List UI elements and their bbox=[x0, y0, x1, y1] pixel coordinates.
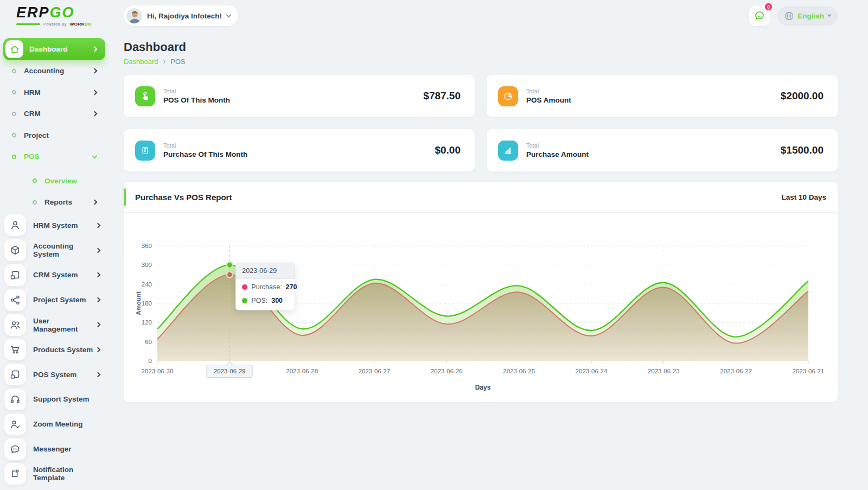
invoice-icon bbox=[135, 141, 155, 161]
stat-value: $1500.00 bbox=[781, 144, 824, 156]
chart-title: Purchase Vs POS Report bbox=[135, 193, 232, 202]
user-greeting: Hi, Rajodiya Infotech! bbox=[147, 12, 222, 20]
y-tick-label: 0 bbox=[126, 358, 152, 364]
tooltip-label: POS: bbox=[251, 297, 267, 304]
sidebar-item-label: CRM bbox=[24, 110, 93, 118]
pos-series-dot-icon bbox=[242, 298, 247, 303]
chevron-right-icon bbox=[92, 68, 98, 74]
app-window-icon bbox=[10, 270, 21, 281]
messages-button[interactable]: 0 bbox=[749, 5, 770, 26]
sidebar-item-products-system[interactable]: Products System bbox=[3, 337, 105, 362]
brand-text: ERPGO bbox=[16, 5, 124, 20]
y-tick-label: 300 bbox=[126, 262, 152, 268]
chevron-right-icon bbox=[95, 222, 101, 228]
sidebar-item-label: CRM System bbox=[33, 271, 96, 279]
bullet-icon bbox=[31, 199, 37, 205]
app-window-icon bbox=[10, 369, 21, 380]
user-icon bbox=[10, 220, 21, 231]
sidebar-item-project-system[interactable]: Project System bbox=[3, 288, 105, 313]
bullet-icon bbox=[11, 154, 17, 160]
chat-bubble-icon bbox=[754, 10, 765, 22]
chevron-right-icon bbox=[92, 90, 98, 95]
powered-by-text: Powered By bbox=[43, 22, 67, 26]
x-tick-label: 2023-06-24 bbox=[576, 368, 608, 374]
sidebar-item-notification-template[interactable]: Notification Template bbox=[3, 461, 105, 486]
chevron-right-icon bbox=[95, 322, 101, 328]
language-selector[interactable]: English bbox=[777, 7, 838, 26]
sidebar-item-hrm[interactable]: HRM bbox=[3, 82, 105, 104]
x-axis-title: Days bbox=[475, 384, 491, 391]
sidebar-item-accounting[interactable]: Accounting bbox=[3, 60, 105, 82]
chevron-right-icon bbox=[92, 111, 98, 117]
x-tick-label: 2023-06-28 bbox=[286, 368, 318, 374]
sidebar-item-dashboard[interactable]: Dashboard bbox=[3, 38, 105, 60]
sidebar-item-pos-overview[interactable]: Overview bbox=[24, 170, 105, 192]
stat-label: Purchase Amount bbox=[526, 150, 589, 158]
stat-kicker: Total bbox=[526, 88, 571, 94]
sidebar-item-zoom-meeting[interactable]: Zoom Meeting bbox=[3, 412, 105, 437]
y-tick-label: 360 bbox=[126, 243, 152, 249]
purchase-series-dot-icon bbox=[242, 284, 247, 290]
user-avatar bbox=[126, 8, 142, 24]
sidebar-item-hrm-system[interactable]: HRM System bbox=[3, 213, 105, 238]
page-title: Dashboard bbox=[124, 40, 838, 54]
sidebar-item-label: Zoom Meeting bbox=[33, 420, 100, 428]
stat-label: POS Amount bbox=[526, 96, 571, 104]
chevron-down-icon bbox=[92, 153, 98, 158]
bullet-icon bbox=[11, 111, 17, 117]
stat-card-pos-amount: Total POS Amount $2000.00 bbox=[487, 75, 838, 117]
sidebar-item-pos-reports[interactable]: Reports bbox=[24, 192, 105, 213]
x-tick-label: 2023-06-23 bbox=[648, 368, 680, 374]
sidebar-item-label: Support System bbox=[33, 395, 100, 403]
sidebar-item-label: POS bbox=[24, 152, 93, 161]
chevron-right-icon bbox=[95, 372, 101, 377]
breadcrumb-separator: › bbox=[163, 57, 166, 66]
sidebar-item-pos-system[interactable]: POS System bbox=[3, 362, 105, 387]
headset-icon bbox=[10, 394, 21, 405]
breadcrumb: Dashboard › POS bbox=[124, 57, 838, 66]
users-icon bbox=[10, 320, 21, 330]
tagline-rule bbox=[16, 23, 40, 25]
breadcrumb-dashboard-link[interactable]: Dashboard bbox=[124, 58, 158, 66]
chevron-right-icon bbox=[92, 200, 98, 205]
sidebar-item-pos[interactable]: POS bbox=[3, 146, 105, 168]
stat-kicker: Total bbox=[163, 88, 230, 94]
sidebar-item-support-system[interactable]: Support System bbox=[3, 387, 105, 412]
cart-icon bbox=[10, 344, 21, 355]
main-content: Dashboard Dashboard › POS Total POS Of T… bbox=[124, 31, 838, 402]
home-icon bbox=[5, 40, 23, 58]
user-menu-button[interactable]: Hi, Rajodiya Infotech! bbox=[124, 5, 238, 26]
sidebar-item-messenger[interactable]: Messenger bbox=[3, 437, 105, 462]
stat-value: $787.50 bbox=[423, 90, 461, 102]
chevron-down-icon bbox=[827, 13, 831, 17]
pos-marker-dot bbox=[227, 262, 233, 268]
sidebar-item-project[interactable]: Project bbox=[3, 125, 105, 147]
stat-card-pos-of-this-month: Total POS Of This Month $787.50 bbox=[124, 75, 475, 117]
chevron-right-icon bbox=[95, 272, 101, 278]
sidebar-item-label: Notification Template bbox=[33, 466, 100, 482]
bar-chart-icon bbox=[498, 141, 518, 161]
top-bar: ERPGO Powered By WORKDO Hi, Rajodiya Inf… bbox=[0, 0, 868, 31]
area-chart[interactable]: 2023-06-29 Purchase: 270 POS: 300 bbox=[157, 246, 808, 361]
bullet-icon bbox=[11, 68, 17, 74]
sidebar-item-accounting-system[interactable]: Accounting System bbox=[3, 238, 105, 263]
sidebar-item-label: Messenger bbox=[33, 445, 100, 453]
x-tick-label: 2023-06-25 bbox=[503, 368, 535, 374]
workdo-text: WORKDO bbox=[70, 22, 92, 27]
stat-kicker: Total bbox=[163, 142, 247, 149]
stat-value: $2000.00 bbox=[781, 90, 824, 102]
sidebar-item-crm-system[interactable]: CRM System bbox=[3, 263, 105, 288]
y-tick-label: 120 bbox=[126, 319, 152, 326]
sidebar-item-label: Project bbox=[24, 131, 97, 139]
purchase-marker-dot bbox=[227, 272, 233, 278]
stat-card-purchase-of-this-month: Total Purchase Of This Month $0.00 bbox=[124, 129, 475, 171]
sidebar-item-user-management[interactable]: User Management bbox=[3, 313, 105, 338]
sidebar-item-crm[interactable]: CRM bbox=[3, 103, 105, 125]
y-tick-label: 60 bbox=[126, 339, 152, 345]
sidebar-item-label: POS System bbox=[33, 371, 96, 379]
chevron-right-icon bbox=[95, 247, 101, 253]
notification-badge: 0 bbox=[764, 2, 773, 11]
sidebar-item-label: User Management bbox=[33, 317, 96, 333]
app-logo[interactable]: ERPGO Powered By WORKDO bbox=[0, 5, 124, 27]
y-tick-label: 180 bbox=[126, 300, 152, 307]
